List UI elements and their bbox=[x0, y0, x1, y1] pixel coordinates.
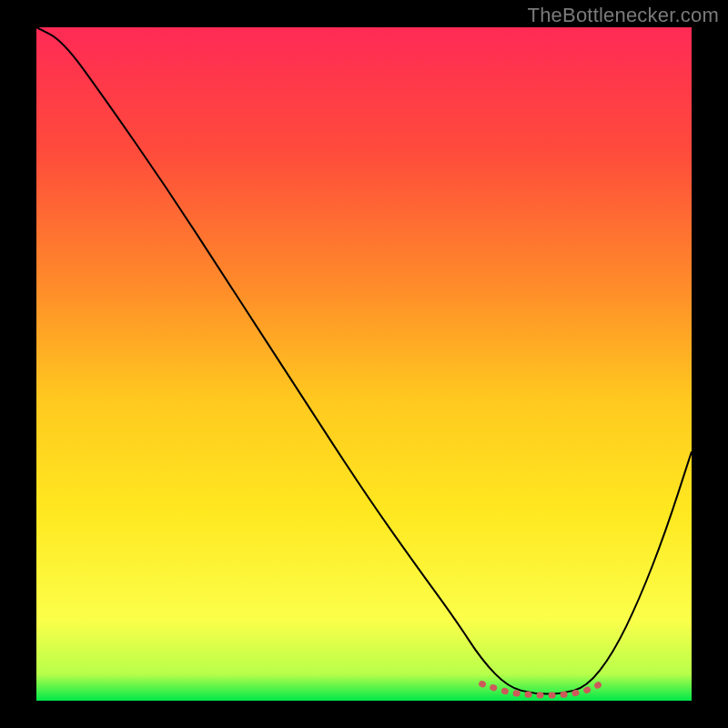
bottleneck-chart bbox=[0, 0, 728, 728]
attribution-text: TheBottlenecker.com bbox=[528, 4, 719, 27]
chart-frame: { "attribution": "TheBottlenecker.com", … bbox=[0, 0, 728, 728]
plot-background bbox=[36, 27, 692, 701]
